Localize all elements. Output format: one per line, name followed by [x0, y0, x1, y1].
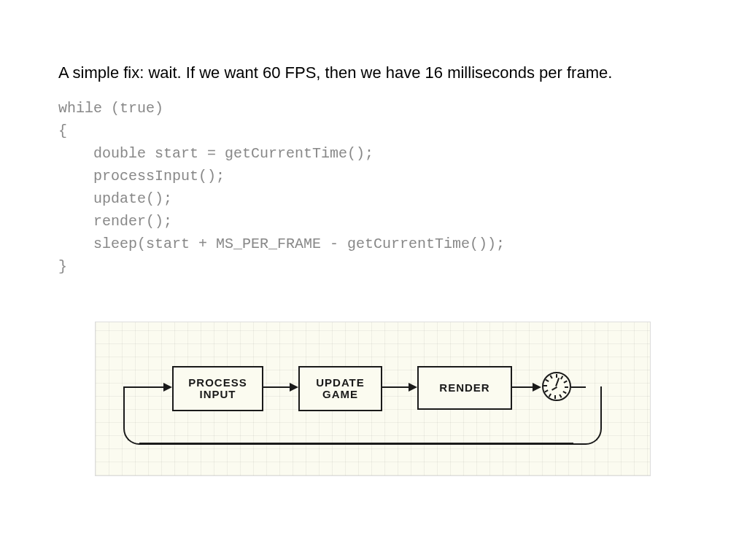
update-game-box: UPDATE GAME: [298, 366, 382, 411]
code-line: {: [58, 122, 67, 139]
clock-icon: [542, 372, 571, 401]
box-label: UPDATE GAME: [316, 377, 365, 400]
box-label: PROCESS INPUT: [188, 377, 247, 400]
process-input-box: PROCESS INPUT: [172, 366, 263, 411]
code-line: double start = getCurrentTime();: [58, 145, 374, 162]
code-line: processInput();: [58, 168, 225, 184]
box-label: RENDER: [439, 382, 489, 394]
game-loop-diagram: PROCESS INPUT UPDATE GAME RENDER: [95, 322, 651, 476]
code-line: while (true): [58, 100, 163, 117]
body-paragraph: A simple fix: wait. If we want 60 FPS, t…: [58, 62, 689, 84]
code-line: sleep(start + MS_PER_FRAME - getCurrentT…: [58, 236, 505, 252]
code-line: }: [58, 258, 67, 275]
render-box: RENDER: [417, 366, 512, 410]
code-block: while (true) { double start = getCurrent…: [58, 97, 689, 278]
code-line: render();: [58, 213, 172, 230]
code-line: update();: [58, 190, 172, 207]
